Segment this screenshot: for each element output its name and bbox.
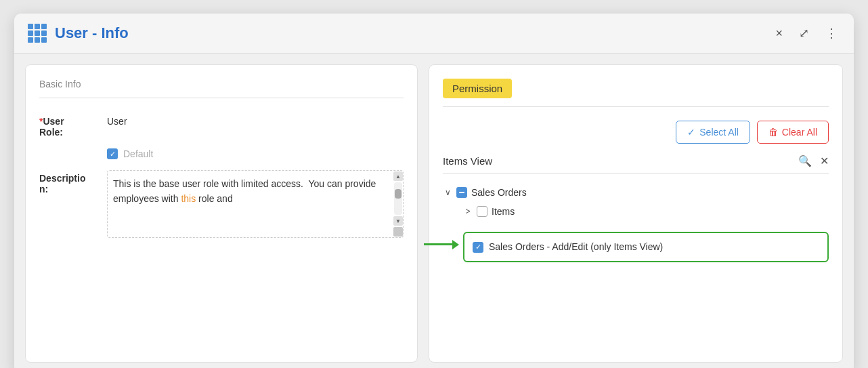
grid-dot — [28, 37, 33, 43]
more-options-button[interactable]: ⋮ — [823, 23, 840, 43]
arrow-line — [424, 243, 452, 245]
search-icon[interactable]: 🔍 — [798, 155, 812, 167]
grid-dot — [28, 30, 33, 36]
items-divider — [443, 173, 829, 173]
expand-button[interactable]: ⤢ — [796, 23, 812, 43]
sales-orders-checkbox[interactable] — [456, 187, 467, 198]
grid-dot — [35, 37, 40, 43]
action-buttons: ✓ Select All 🗑 Clear All — [443, 121, 829, 144]
highlighted-row: ✓ Sales Orders - Add/Edit (only Items Vi… — [443, 226, 829, 262]
header-left: User - Info — [28, 24, 129, 43]
grid-dot — [41, 30, 47, 36]
scroll-corner — [393, 227, 403, 237]
clear-all-button[interactable]: 🗑 Clear All — [757, 121, 829, 144]
scroll-thumb[interactable] — [395, 189, 402, 199]
user-role-label: *UserRole: — [39, 112, 107, 138]
items-checkbox[interactable] — [477, 206, 487, 217]
grid-dot — [41, 24, 47, 29]
close-icon[interactable]: ✕ — [820, 155, 829, 167]
default-checkbox[interactable]: ✓ — [107, 148, 118, 159]
description-content: This is the base user role with limited … — [107, 170, 404, 238]
required-star: * — [39, 116, 43, 127]
items-view-header: Items View 🔍 ✕ — [443, 155, 829, 167]
tree-item-sales-orders: ∨ Sales Orders — [443, 183, 829, 202]
sales-orders-label: Sales Orders — [471, 187, 527, 198]
grid-dot — [35, 30, 40, 36]
highlighted-word: this — [181, 193, 196, 204]
clear-all-label: Clear All — [782, 127, 817, 138]
user-role-field-row: *UserRole: User — [39, 112, 404, 138]
arrow-head-icon — [452, 240, 459, 249]
tree-item-items: > Items — [443, 202, 829, 221]
grid-dot — [35, 24, 40, 29]
highlighted-item-label: Sales Orders - Add/Edit (only Items View… — [489, 240, 663, 254]
left-panel: Basic Info *UserRole: User ✓ Default Des… — [25, 64, 418, 363]
grid-dot — [28, 24, 33, 29]
highlighted-permission-item: ✓ Sales Orders - Add/Edit (only Items Vi… — [463, 232, 829, 262]
divider — [39, 98, 404, 98]
scroll-up-button[interactable]: ▲ — [393, 171, 403, 181]
description-label: Description: — [39, 170, 107, 195]
highlighted-checkbox[interactable]: ✓ — [473, 242, 483, 253]
items-view-title: Items View — [443, 155, 492, 167]
grid-icon — [28, 24, 47, 43]
indeterminate-line — [459, 192, 464, 193]
default-checkbox-row: ✓ Default — [107, 148, 404, 159]
scrollbar-area: ▲ ▼ — [393, 170, 404, 238]
chevron-down-icon[interactable]: ∨ — [443, 188, 452, 197]
description-text: This is the base user role with limited … — [107, 170, 404, 238]
select-all-label: Select All — [699, 127, 739, 138]
permission-badge: Permission — [443, 79, 512, 98]
select-all-button[interactable]: ✓ Select All — [676, 121, 750, 144]
modal-header: User - Info × ⤢ ⋮ — [14, 14, 854, 54]
header-actions: × ⤢ ⋮ — [773, 23, 840, 43]
description-row: Description: This is the base user role … — [39, 170, 404, 238]
checkmark-icon: ✓ — [687, 127, 695, 138]
modal-title: User - Info — [55, 24, 129, 42]
right-panel: Permission ✓ Select All 🗑 Clear All Item… — [429, 64, 843, 363]
modal-body: Basic Info *UserRole: User ✓ Default Des… — [14, 54, 854, 368]
green-arrow-container — [424, 240, 459, 249]
items-view-icons: 🔍 ✕ — [798, 155, 829, 167]
user-role-value: User — [107, 112, 404, 131]
basic-info-label: Basic Info — [39, 79, 404, 89]
scroll-track — [394, 182, 402, 215]
chevron-right-icon[interactable]: > — [463, 207, 473, 216]
close-button[interactable]: × — [773, 24, 785, 43]
items-label: Items — [492, 206, 515, 217]
modal-container: User - Info × ⤢ ⋮ Basic Info *UserRole: … — [14, 14, 854, 368]
permission-divider — [443, 106, 829, 107]
default-checkbox-label: Default — [123, 148, 153, 159]
trash-icon: 🗑 — [768, 127, 778, 138]
grid-dot — [41, 37, 47, 43]
scroll-down-button[interactable]: ▼ — [393, 216, 403, 226]
